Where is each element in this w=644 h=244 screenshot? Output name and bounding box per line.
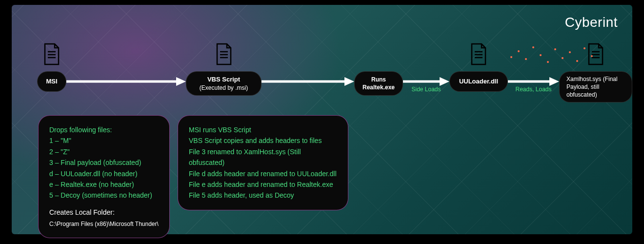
arrow-1	[66, 77, 186, 86]
diagram-canvas: Cyberint MSI VBS Script (Executed by .ms…	[12, 5, 632, 234]
node-label: Runs Realtek.exe	[362, 76, 395, 91]
desc-item: 2 – "Z"	[49, 146, 159, 157]
flow-row: MSI VBS Script (Executed by .msi) Runs R…	[37, 43, 632, 102]
desc-line: VBS Script copies and adds headers to fi…	[189, 135, 337, 146]
desc-line: File 5 adds header, used as Decoy	[189, 190, 337, 201]
desc-line: File e adds header and renamed to Realte…	[189, 179, 337, 190]
node-vbs: VBS Script (Executed by .msi)	[186, 71, 262, 96]
svg-marker-16	[549, 77, 559, 86]
node-xamlhost-col: Xamlhost.sys (Final Payload, still obfus…	[559, 43, 632, 102]
node-vbs-col: VBS Script (Executed by .msi)	[186, 43, 262, 96]
file-icon	[215, 43, 233, 65]
node-sublabel: (Executed by .msi)	[200, 84, 248, 92]
node-runs-col: Runs Realtek.exe	[354, 43, 403, 96]
arrow-2	[262, 77, 354, 86]
node-msi-col: MSI	[37, 43, 66, 92]
arrow-label: Reads, Loads	[515, 86, 551, 93]
desc-item: 3 – Final payload (obfuscated)	[49, 157, 159, 168]
node-label: VBS Script	[207, 75, 240, 84]
desc-path: C:\Program Files (x86)\Microsoft Thunder…	[49, 220, 159, 229]
description-box-msi: Drops following files: 1 – "M" 2 – "Z" 3…	[38, 115, 170, 238]
desc-heading: Drops following files:	[49, 124, 159, 135]
svg-marker-9	[344, 77, 354, 86]
file-icon	[470, 43, 487, 65]
node-uuloader-col: UULoader.dll	[449, 43, 508, 92]
node-label: Xamlhost.sys (Final Payload, still obfus…	[566, 75, 625, 99]
desc-item: 5 – Decoy (sometimes no header)	[49, 190, 159, 201]
node-uuloader: UULoader.dll	[449, 71, 508, 92]
node-label: MSI	[46, 77, 57, 86]
desc-item: e – Realtek.exe (no header)	[49, 179, 159, 190]
arrow-3: Side Loads	[403, 77, 449, 93]
arrow-4: Reads, Loads	[508, 77, 559, 93]
desc-line: File d adds header and renamed to UULoad…	[189, 168, 337, 179]
node-runs-realtek: Runs Realtek.exe	[354, 71, 403, 96]
desc-item: 1 – "M"	[49, 135, 159, 146]
node-msi: MSI	[37, 71, 66, 92]
node-xamlhost: Xamlhost.sys (Final Payload, still obfus…	[559, 71, 632, 102]
desc-line: MSI runs VBS Script	[189, 124, 337, 135]
svg-marker-11	[440, 77, 449, 86]
node-label: UULoader.dll	[459, 77, 498, 86]
desc-line: File 3 renamed to XamlHost.sys (Still ob…	[189, 146, 337, 168]
description-box-vbs: MSI runs VBS Script VBS Script copies an…	[178, 115, 348, 210]
svg-marker-4	[176, 77, 186, 86]
file-icon	[587, 43, 604, 65]
brand-logo: Cyberint	[565, 15, 618, 30]
arrow-label: Side Loads	[411, 86, 441, 93]
file-icon	[43, 43, 60, 65]
desc-subheading: Creates Local Folder:	[49, 207, 159, 218]
desc-item: d – UULoader.dll (no header)	[49, 168, 159, 179]
